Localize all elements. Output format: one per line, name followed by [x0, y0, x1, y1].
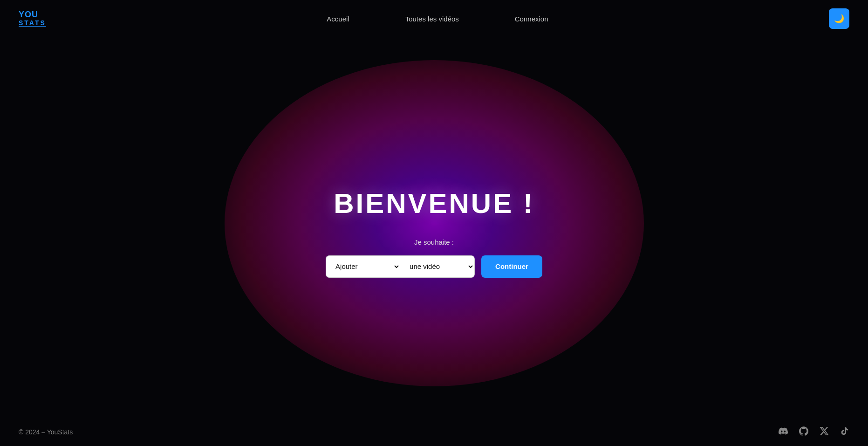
navbar: YOU STATS Accueil Toutes les vidéos Conn… [0, 0, 868, 37]
action-select-1[interactable]: Ajouter Supprimer Modifier [326, 255, 400, 278]
x-twitter-icon[interactable] [820, 426, 829, 438]
tiktok-icon[interactable] [840, 426, 849, 438]
dark-mode-button[interactable]: 🌙 [829, 8, 849, 29]
nav-links: Accueil Toutes les vidéos Connexion [327, 15, 548, 23]
action-row: Ajouter Supprimer Modifier une vidéo une… [326, 255, 542, 278]
subtitle: Je souhaite : [414, 238, 454, 246]
footer: © 2024 – YouStats [0, 418, 868, 446]
welcome-title: BIENVENUE ! [334, 187, 534, 220]
nav-link-accueil[interactable]: Accueil [327, 15, 349, 23]
moon-icon: 🌙 [834, 14, 844, 24]
main-content: BIENVENUE ! Je souhaite : Ajouter Suppri… [0, 37, 868, 418]
logo[interactable]: YOU STATS [19, 10, 46, 27]
discord-icon[interactable] [779, 426, 788, 438]
nav-link-videos[interactable]: Toutes les vidéos [405, 15, 459, 23]
github-icon[interactable] [799, 426, 808, 438]
continuer-button[interactable]: Continuer [481, 255, 542, 278]
footer-icons [779, 426, 849, 438]
nav-link-connexion[interactable]: Connexion [515, 15, 548, 23]
logo-you: YOU [19, 10, 46, 20]
logo-stats: STATS [19, 20, 46, 27]
action-select-2[interactable]: une vidéo une chaîne un commentaire [400, 255, 475, 278]
footer-copyright: © 2024 – YouStats [19, 428, 73, 436]
